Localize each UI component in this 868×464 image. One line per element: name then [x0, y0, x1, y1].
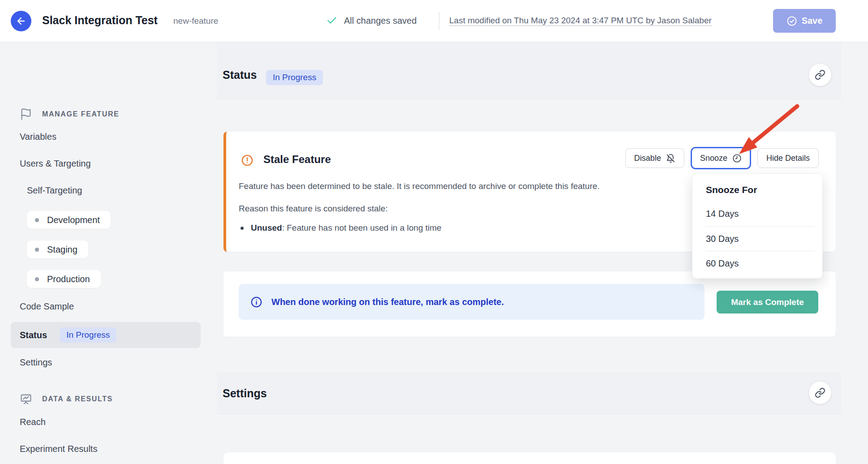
- sidebar-item-self-targeting[interactable]: Self-Targeting: [27, 185, 82, 196]
- settings-section-header: Settings: [217, 372, 841, 414]
- top-header: Slack Integration Test new-feature All c…: [0, 0, 868, 42]
- info-circle-icon: [250, 296, 262, 308]
- env-label: Development: [47, 215, 100, 225]
- sidebar-item-reach[interactable]: Reach: [20, 417, 46, 427]
- snooze-option-30-days[interactable]: 30 Days: [706, 226, 814, 251]
- mark-complete-card: When done working on this feature, mark …: [223, 271, 836, 337]
- stale-reason-text: Unused: Feature has not been used in a l…: [251, 223, 442, 233]
- snooze-option-60-days[interactable]: 60 Days: [706, 251, 814, 275]
- env-dot-icon: [35, 277, 39, 281]
- sidebar-section-data-results: DATA & RESULTS: [20, 393, 113, 405]
- stale-card-actions: Disable Snooze Hide Details: [625, 147, 819, 169]
- env-label: Staging: [47, 245, 77, 255]
- status-section-link-button[interactable]: [809, 64, 831, 86]
- save-button[interactable]: Save: [773, 9, 836, 33]
- saved-status: All changes saved: [326, 15, 417, 26]
- chart-board-icon: [20, 393, 32, 405]
- link-icon: [815, 387, 825, 398]
- sidebar-item-status-selected[interactable]: Status In Progress: [11, 322, 201, 348]
- snooze-button[interactable]: Snooze: [691, 147, 751, 169]
- sidebar-item-settings[interactable]: Settings: [20, 357, 52, 368]
- settings-section-link-button[interactable]: [809, 382, 831, 404]
- feature-management-page: Slack Integration Test new-feature All c…: [0, 0, 868, 464]
- sidebar-section-manage-feature: MANAGE FEATURE: [20, 108, 119, 120]
- sidebar-item-experiment-results[interactable]: Experiment Results: [20, 444, 97, 454]
- mark-as-complete-button[interactable]: Mark as Complete: [717, 291, 818, 314]
- env-label: Production: [47, 274, 90, 284]
- link-icon: [815, 69, 825, 80]
- check-icon: [326, 15, 338, 26]
- hide-details-button[interactable]: Hide Details: [757, 148, 819, 168]
- stale-description: Feature has been determined to be stale.…: [239, 180, 600, 193]
- disable-button-label: Disable: [634, 154, 661, 163]
- feature-key: new-feature: [173, 16, 218, 26]
- snooze-button-label: Snooze: [700, 154, 727, 163]
- sidebar-item-env-production[interactable]: Production: [27, 270, 101, 288]
- sidebar-nav: MANAGE FEATURE Variables Users & Targeti…: [0, 42, 211, 464]
- sidebar-section-label: DATA & RESULTS: [42, 395, 113, 403]
- status-badge: In Progress: [266, 70, 323, 85]
- sidebar-item-env-staging[interactable]: Staging: [27, 241, 88, 258]
- saved-status-text: All changes saved: [344, 16, 417, 26]
- snooze-menu-title: Snooze For: [692, 174, 822, 202]
- bell-off-icon: [666, 154, 675, 163]
- page-title: Slack Integration Test: [42, 14, 158, 27]
- bullet-icon: [241, 227, 244, 230]
- stale-card-title: Stale Feature: [263, 153, 331, 166]
- arrow-left-icon: [16, 16, 26, 26]
- last-modified-link[interactable]: Last modified on Thu May 23 2024 at 3:47…: [449, 16, 712, 26]
- sidebar-status-badge: In Progress: [60, 327, 116, 343]
- stale-reason-item: Unused: Feature has not been used in a l…: [241, 223, 442, 233]
- settings-section-title: Settings: [223, 387, 267, 400]
- stale-reason-intro: Reason this feature is considered stale:: [239, 204, 388, 214]
- alert-circle-icon: [241, 154, 254, 167]
- save-button-label: Save: [802, 16, 823, 26]
- snooze-option-14-days[interactable]: 14 Days: [706, 202, 814, 226]
- sidebar-item-variables[interactable]: Variables: [20, 132, 56, 142]
- sidebar-item-env-development[interactable]: Development: [27, 211, 111, 229]
- sidebar-section-label: MANAGE FEATURE: [42, 110, 119, 118]
- status-section-title: Status: [223, 69, 257, 82]
- check-circle-icon: [786, 16, 797, 26]
- header-divider: [439, 12, 439, 30]
- env-dot-icon: [35, 218, 39, 222]
- sidebar-status-label: Status: [20, 330, 47, 340]
- info-banner-text: When done working on this feature, mark …: [271, 297, 504, 307]
- status-section-header: Status In Progress: [217, 43, 841, 99]
- env-dot-icon: [35, 248, 39, 252]
- snooze-dropdown-menu: Snooze For 14 Days 30 Days 60 Days: [692, 173, 823, 279]
- sidebar-item-users-targeting[interactable]: Users & Targeting: [20, 159, 91, 169]
- info-banner: When done working on this feature, mark …: [239, 284, 705, 320]
- settings-card-partial: [223, 452, 836, 464]
- stale-reason-detail: : Feature has not been used in a long ti…: [282, 223, 442, 232]
- disable-button[interactable]: Disable: [625, 148, 684, 168]
- stale-reason-term: Unused: [251, 223, 282, 232]
- sidebar-item-code-sample[interactable]: Code Sample: [20, 301, 74, 312]
- flag-icon: [20, 108, 32, 120]
- hide-details-button-label: Hide Details: [766, 154, 810, 163]
- back-button[interactable]: [11, 11, 31, 31]
- clock-icon: [732, 154, 742, 163]
